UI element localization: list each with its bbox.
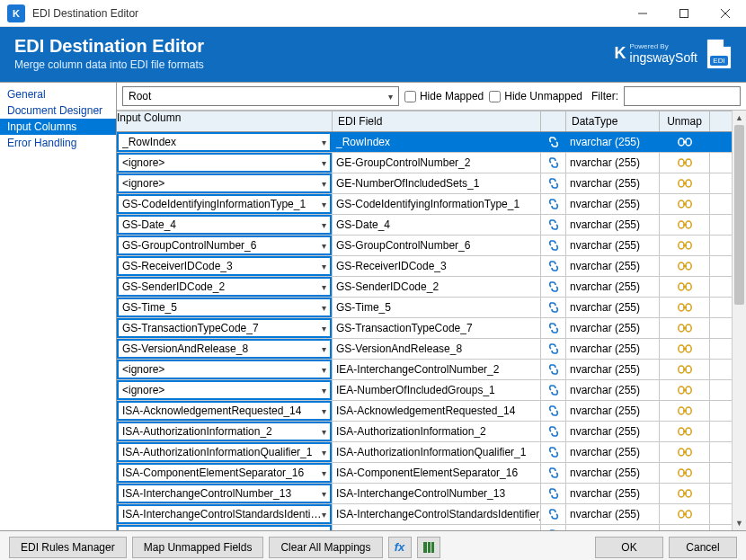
unmap-button[interactable] (660, 525, 710, 530)
unmap-button[interactable] (660, 194, 710, 214)
table-row[interactable]: GS-Date_4▾GS-Date_4nvarchar (255) (117, 215, 732, 236)
link-icon[interactable] (541, 422, 566, 441)
table-row[interactable]: GS-ReceiverIDCode_3▾GS-ReceiverIDCode_3n… (117, 256, 732, 277)
table-row[interactable]: GS-TransactionTypeCode_7▾GS-TransactionT… (117, 318, 732, 339)
link-icon[interactable] (541, 401, 566, 421)
table-row[interactable]: <ignore>▾IEA-InterchangeControlNumber_2n… (117, 360, 732, 380)
link-icon[interactable] (541, 236, 566, 255)
table-row[interactable]: <ignore>▾GE-GroupControlNumber_2nvarchar… (117, 153, 732, 173)
table-row[interactable]: ISA-AuthorizationInformation_2▾ISA-Autho… (117, 422, 732, 442)
unmap-button[interactable] (660, 256, 710, 276)
close-button[interactable] (705, 0, 746, 27)
ok-button[interactable]: OK (595, 537, 663, 558)
link-icon[interactable] (541, 380, 566, 400)
link-icon[interactable] (541, 525, 566, 530)
unmap-button[interactable] (660, 360, 710, 379)
input-column-combo[interactable]: <ignore>▾ (117, 153, 332, 173)
unmap-button[interactable] (660, 401, 710, 421)
col-header-field[interactable]: EDI Field (333, 111, 541, 131)
table-row[interactable]: ISA-InterchangeControlNumber_13▾ISA-Inte… (117, 484, 732, 504)
minimize-button[interactable] (622, 0, 663, 27)
link-icon[interactable] (541, 256, 566, 276)
columns-button[interactable] (417, 537, 440, 558)
input-column-combo[interactable]: ISA-InterchangeControlNumber_13▾ (117, 484, 332, 503)
input-column-combo[interactable]: <ignore>▾ (117, 380, 332, 400)
link-icon[interactable] (541, 132, 566, 152)
hide-mapped-checkbox[interactable]: Hide Mapped (404, 90, 484, 102)
input-column-combo[interactable]: GS-TransactionTypeCode_7▾ (117, 318, 332, 338)
input-column-combo[interactable]: GS-Date_4▾ (117, 215, 332, 235)
table-row[interactable]: GS-SenderIDCode_2▾GS-SenderIDCode_2nvarc… (117, 277, 732, 298)
sidebar-item-document-designer[interactable]: Document Designer (0, 102, 116, 119)
link-icon[interactable] (541, 173, 566, 193)
edi-rules-manager-button[interactable]: EDI Rules Manager (9, 537, 127, 558)
input-column-combo[interactable]: GS-Time_5▾ (117, 298, 332, 317)
col-header-input[interactable]: Input Column (117, 111, 333, 131)
unmap-button[interactable] (660, 422, 710, 441)
input-column-combo[interactable]: GS-SenderIDCode_2▾ (117, 277, 332, 297)
link-icon[interactable] (541, 318, 566, 338)
table-row[interactable]: ISA-InterchangeControlStandardsIdentifie… (117, 504, 732, 525)
unmap-button[interactable] (660, 173, 710, 193)
input-column-combo[interactable]: <ignore>▾ (117, 173, 332, 193)
root-combo[interactable]: Root ▾ (122, 86, 399, 106)
col-header-unmap[interactable]: Unmap (660, 111, 710, 131)
hide-unmapped-checkbox[interactable]: Hide Unmapped (489, 90, 582, 102)
unmap-button[interactable] (660, 236, 710, 255)
scroll-down-icon[interactable]: ▼ (733, 516, 746, 530)
cancel-button[interactable]: Cancel (669, 537, 737, 558)
unmap-button[interactable] (660, 504, 710, 524)
fx-button[interactable]: fx (388, 537, 412, 558)
mapping-grid[interactable]: Input Column EDI Field DataType Unmap _R… (117, 111, 732, 530)
sidebar-item-error-handling[interactable]: Error Handling (0, 135, 116, 151)
link-icon[interactable] (541, 215, 566, 235)
unmap-button[interactable] (660, 380, 710, 400)
table-row[interactable]: ISA-InterchangeControlVersionNumber_12▾I… (117, 525, 732, 530)
filter-input[interactable] (624, 86, 741, 106)
input-column-combo[interactable]: GS-ReceiverIDCode_3▾ (117, 256, 332, 276)
link-icon[interactable] (541, 153, 566, 173)
unmap-button[interactable] (660, 132, 710, 152)
input-column-combo[interactable]: <ignore>▾ (117, 360, 332, 379)
sidebar-item-general[interactable]: General (0, 86, 116, 102)
hide-unmapped-input[interactable] (489, 91, 501, 102)
hide-mapped-input[interactable] (404, 91, 416, 102)
sidebar-item-input-columns[interactable]: Input Columns (0, 119, 116, 135)
col-header-datatype[interactable]: DataType (566, 111, 660, 131)
unmap-button[interactable] (660, 298, 710, 317)
link-icon[interactable] (541, 504, 566, 524)
table-row[interactable]: GS-Time_5▾GS-Time_5nvarchar (255) (117, 298, 732, 318)
table-row[interactable]: GS-VersionAndRelease_8▾GS-VersionAndRele… (117, 339, 732, 360)
input-column-combo[interactable]: ISA-AuthorizationInformation_2▾ (117, 422, 332, 441)
input-column-combo[interactable]: ISA-InterchangeControlVersionNumber_12▾ (117, 525, 332, 530)
table-row[interactable]: <ignore>▾IEA-NumberOfIncludedGroups_1nva… (117, 380, 732, 401)
table-row[interactable]: ISA-AuthorizationInformationQualifier_1▾… (117, 442, 732, 463)
table-row[interactable]: <ignore>▾GE-NumberOfIncludedSets_1nvarch… (117, 173, 732, 194)
map-unmapped-fields-button[interactable]: Map Unmapped Fields (132, 537, 264, 558)
unmap-button[interactable] (660, 318, 710, 338)
input-column-combo[interactable]: ISA-AuthorizationInformationQualifier_1▾ (117, 442, 332, 462)
table-row[interactable]: ISA-AcknowledgementRequested_14▾ISA-Ackn… (117, 401, 732, 422)
unmap-button[interactable] (660, 484, 710, 503)
clear-all-mappings-button[interactable]: Clear All Mappings (269, 537, 382, 558)
input-column-combo[interactable]: ISA-AcknowledgementRequested_14▾ (117, 401, 332, 421)
unmap-button[interactable] (660, 339, 710, 359)
unmap-button[interactable] (660, 277, 710, 297)
link-icon[interactable] (541, 277, 566, 297)
table-row[interactable]: GS-CodeIdentifyingInformationType_1▾GS-C… (117, 194, 732, 215)
scroll-thumb[interactable] (734, 125, 744, 305)
link-icon[interactable] (541, 194, 566, 214)
link-icon[interactable] (541, 484, 566, 503)
input-column-combo[interactable]: _RowIndex▾ (117, 132, 332, 152)
link-icon[interactable] (541, 463, 566, 483)
unmap-button[interactable] (660, 215, 710, 235)
unmap-button[interactable] (660, 442, 710, 462)
table-row[interactable]: GS-GroupControlNumber_6▾GS-GroupControlN… (117, 236, 732, 256)
table-row[interactable]: ISA-ComponentElementSeparator_16▾ISA-Com… (117, 463, 732, 484)
maximize-button[interactable] (663, 0, 705, 27)
input-column-combo[interactable]: GS-GroupControlNumber_6▾ (117, 236, 332, 255)
input-column-combo[interactable]: GS-VersionAndRelease_8▾ (117, 339, 332, 359)
link-icon[interactable] (541, 298, 566, 317)
link-icon[interactable] (541, 360, 566, 379)
input-column-combo[interactable]: GS-CodeIdentifyingInformationType_1▾ (117, 194, 332, 214)
